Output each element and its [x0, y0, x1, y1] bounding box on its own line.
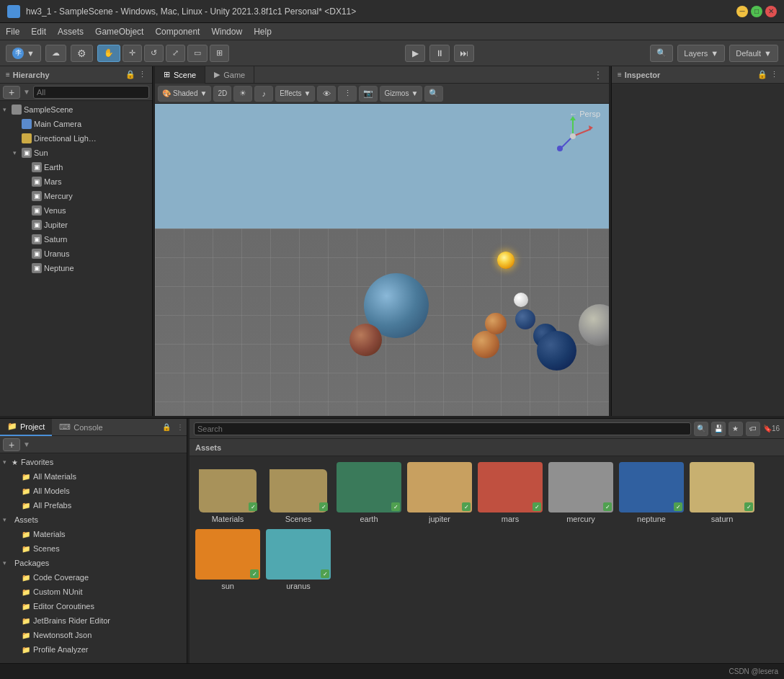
transform-tool[interactable]: ⊞	[210, 45, 229, 62]
hierarchy-lock-icon[interactable]: 🔒	[125, 70, 135, 79]
menu-edit[interactable]: Edit	[31, 27, 46, 37]
tab-console[interactable]: ⌨ Console	[52, 419, 110, 436]
hierarchy-item-saturn[interactable]: ▣ Saturn	[0, 232, 152, 247]
hierarchy-more-icon[interactable]: ⋮	[138, 70, 146, 79]
hierarchy-item-uranus[interactable]: ▣ Uranus	[0, 247, 152, 261]
project-item-profile-analyzer[interactable]: 📁 Profile Analyzer	[0, 642, 187, 657]
assets-tag-btn[interactable]: 🏷	[746, 422, 760, 436]
asset-item-scenes-folder[interactable]: ✓ Scenes	[266, 462, 331, 523]
project-add-button[interactable]: +	[3, 438, 20, 451]
hierarchy-item-earth[interactable]: ▣ Earth	[0, 160, 152, 174]
camera-button[interactable]: 📷	[359, 86, 378, 102]
menu-help[interactable]: Help	[254, 27, 272, 37]
project-item-code-coverage[interactable]: 📁 Code Coverage	[0, 570, 187, 585]
project-tab-icon: 📁	[7, 422, 17, 431]
hierarchy-item-directional[interactable]: Directional Ligh…	[0, 131, 152, 146]
lighting-button[interactable]: ☀	[233, 86, 252, 102]
tab-game[interactable]: ▶ Game	[205, 66, 254, 84]
3d-toggle[interactable]: 2D	[213, 86, 231, 102]
menu-window[interactable]: Window	[211, 27, 242, 37]
assets-filter-btn[interactable]: 🔍	[694, 422, 708, 436]
asset-item-mercury-tex[interactable]: ✓ mercury	[548, 462, 613, 523]
tab-scene[interactable]: ⊞ Scene	[155, 66, 205, 84]
hierarchy-item-jupiter[interactable]: ▣ Jupiter	[0, 218, 152, 232]
inspector-lock-icon[interactable]: 🔒	[757, 70, 767, 79]
scene-view[interactable]: ✋ ✛ ↺ ⤢ ▭ ⊕ ← Persp	[155, 104, 609, 416]
hierarchy-search[interactable]	[33, 86, 149, 99]
account-button[interactable]: 李 ▼	[6, 45, 41, 62]
scene-search-button[interactable]: 🔍	[424, 86, 443, 102]
asset-item-materials-folder[interactable]: ✓ Materials	[195, 462, 260, 523]
project-item-editor-coroutines[interactable]: 📁 Editor Coroutines	[0, 599, 187, 613]
planet-mars	[349, 324, 382, 356]
cloud-button[interactable]: ☁	[45, 45, 66, 62]
asset-item-sun-tex[interactable]: ✓ sun	[195, 529, 260, 590]
scene-tab-more[interactable]: ⋮	[587, 69, 609, 81]
hierarchy-item-venus[interactable]: ▣ Venus	[0, 203, 152, 218]
rotate-tool[interactable]: ↺	[144, 45, 164, 62]
project-item-scenes[interactable]: 📁 Scenes	[0, 541, 187, 556]
project-item-packages[interactable]: ▾ Packages	[0, 556, 187, 570]
assets-save-btn[interactable]: 💾	[711, 422, 726, 436]
play-button[interactable]: ▶	[405, 45, 425, 62]
project-item-all-materials[interactable]: 📁 All Materials	[0, 469, 187, 484]
asset-item-uranus-tex[interactable]: ✓ uranus	[266, 529, 331, 590]
menu-assets[interactable]: Assets	[58, 27, 84, 37]
layout-dropdown[interactable]: Default ▼	[729, 45, 778, 62]
hierarchy-add-button[interactable]: +	[3, 86, 20, 99]
maximize-button[interactable]: □	[751, 6, 762, 17]
hierarchy-item-sun[interactable]: ▾ ▣ Sun	[0, 146, 152, 160]
tree-item-label: Sun	[34, 148, 48, 157]
asset-item-mars-tex[interactable]: ✓ mars	[478, 462, 543, 523]
rect-tool[interactable]: ▭	[187, 45, 208, 62]
inspector-content	[612, 84, 784, 416]
tab-project[interactable]: 📁 Project	[0, 419, 52, 436]
search-button[interactable]: 🔍	[650, 45, 673, 62]
tree-item-icon: ▣	[32, 205, 42, 216]
bottom-lock-icon[interactable]: 🔒	[159, 423, 174, 431]
close-button[interactable]: ✕	[765, 6, 777, 17]
effects-dropdown[interactable]: Effects ▼	[275, 86, 315, 102]
assets-fav-btn[interactable]: ★	[729, 422, 743, 436]
hand-tool[interactable]: ✋	[97, 45, 120, 62]
project-item-all-prefabs[interactable]: 📁 All Prefabs	[0, 498, 187, 512]
move-tool[interactable]: ✛	[122, 45, 142, 62]
layers-dropdown[interactable]: Layers ▼	[677, 45, 725, 62]
minimize-button[interactable]: ─	[736, 6, 748, 17]
hierarchy-item-samplescene[interactable]: ▾ SampleScene	[0, 102, 152, 117]
hierarchy-item-maincamera[interactable]: Main Camera	[0, 117, 152, 131]
grid-button[interactable]: ⋮	[338, 86, 357, 102]
menu-gameobject[interactable]: GameObject	[95, 27, 143, 37]
scale-tool[interactable]: ⤢	[166, 45, 185, 62]
asset-item-neptune-tex[interactable]: ✓ neptune	[619, 462, 684, 523]
menu-file[interactable]: File	[6, 27, 19, 37]
project-item-assets[interactable]: ▾ Assets	[0, 512, 187, 527]
project-item-all-models[interactable]: 📁 All Models	[0, 484, 187, 498]
collab-button[interactable]: ⚙	[71, 45, 93, 62]
hierarchy-item-mars[interactable]: ▣ Mars	[0, 174, 152, 189]
project-item-materials[interactable]: 📁 Materials	[0, 527, 187, 541]
project-item-newtonsoft-json[interactable]: 📁 Newtonsoft Json	[0, 628, 187, 642]
inspector-menu-icon: ≡	[618, 71, 622, 79]
asset-item-jupiter-tex[interactable]: ✓ jupiter	[407, 462, 472, 523]
step-button[interactable]: ⏭	[454, 45, 474, 62]
hierarchy-item-neptune[interactable]: ▣ Neptune	[0, 261, 152, 275]
project-item-custom-nunit[interactable]: 📁 Custom NUnit	[0, 585, 187, 599]
asset-item-earth-tex[interactable]: ✓ earth	[337, 462, 401, 523]
asset-badge: ✓	[462, 502, 471, 511]
hidden-button[interactable]: 👁	[317, 86, 336, 102]
inspector-more-icon[interactable]: ⋮	[770, 70, 778, 79]
project-icon: 📁	[22, 487, 30, 495]
audio-button[interactable]: ♪	[254, 86, 273, 102]
hierarchy-item-mercury[interactable]: ▣ Mercury	[0, 189, 152, 203]
gizmos-dropdown[interactable]: Gizmos ▼	[380, 86, 422, 102]
draw-mode-dropdown[interactable]: 🎨 Shaded ▼	[158, 86, 211, 102]
menu-component[interactable]: Component	[155, 27, 200, 37]
pause-button[interactable]: ⏸	[429, 45, 450, 62]
project-item-jetbrains-rider-editor[interactable]: 📁 JetBrains Rider Editor	[0, 613, 187, 628]
asset-item-saturn-tex[interactable]: ✓ saturn	[690, 462, 754, 523]
project-item-favorites[interactable]: ▾ ★ Favorites	[0, 455, 187, 469]
assets-search[interactable]	[194, 422, 691, 435]
bottom-more-icon[interactable]: ⋮	[174, 423, 187, 431]
gizmos-label: Gizmos	[384, 89, 409, 97]
